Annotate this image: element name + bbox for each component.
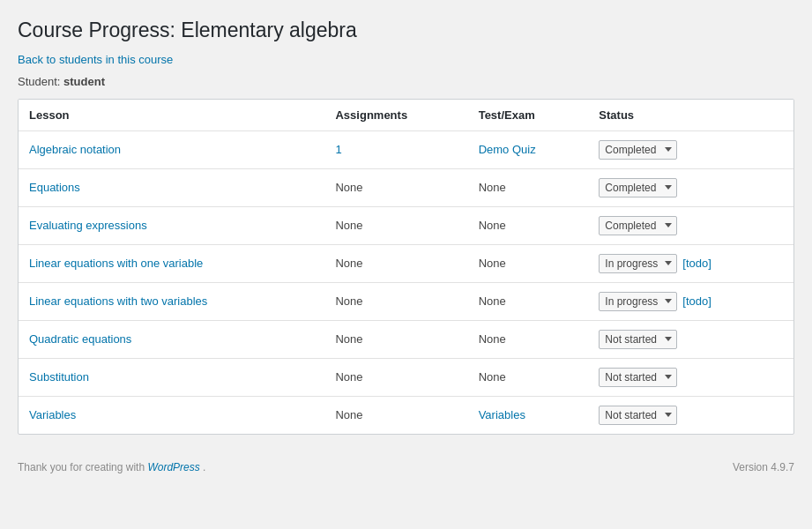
cell-lesson-7: Variables bbox=[19, 396, 324, 434]
student-label-text: Student: bbox=[18, 75, 60, 88]
cell-test-exam-5: None bbox=[468, 320, 589, 358]
cell-lesson-6: Substitution bbox=[19, 358, 324, 396]
student-name: student bbox=[63, 75, 105, 88]
cell-assignments-7: None bbox=[324, 396, 467, 434]
page-wrap: Course Progress: Elementary algebra Back… bbox=[0, 0, 812, 529]
col-header-status: Status bbox=[588, 100, 793, 131]
todo-link-3[interactable]: [todo] bbox=[682, 257, 711, 270]
cell-assignments-2: None bbox=[324, 206, 467, 244]
lesson-link-5[interactable]: Quadratic equations bbox=[29, 332, 131, 346]
status-wrap-1: Not startedIn progressCompleted bbox=[599, 178, 783, 197]
status-wrap-3: Not startedIn progressCompleted[todo] bbox=[599, 254, 783, 273]
status-select-5[interactable]: Not startedIn progressCompleted bbox=[599, 330, 677, 349]
student-label: Student: student bbox=[18, 75, 794, 88]
status-wrap-6: Not startedIn progressCompleted bbox=[599, 368, 783, 387]
status-select-1[interactable]: Not startedIn progressCompleted bbox=[599, 178, 677, 197]
table-row: Linear equations with two variablesNoneN… bbox=[19, 282, 793, 320]
table-row: VariablesNoneVariablesNot startedIn prog… bbox=[19, 396, 793, 434]
test-exam-link-7[interactable]: Variables bbox=[479, 408, 525, 421]
cell-status-2: Not startedIn progressCompleted bbox=[588, 206, 793, 244]
col-header-assignments: Assignments bbox=[324, 100, 467, 131]
status-wrap-4: Not startedIn progressCompleted[todo] bbox=[599, 292, 783, 311]
lesson-link-7[interactable]: Variables bbox=[29, 408, 76, 421]
status-wrap-2: Not startedIn progressCompleted bbox=[599, 216, 783, 235]
back-link[interactable]: Back to students in this course bbox=[18, 53, 173, 66]
lesson-link-1[interactable]: Equations bbox=[29, 181, 80, 194]
status-select-0[interactable]: Not startedIn progressCompleted bbox=[599, 140, 677, 160]
col-header-test-exam: Test/Exam bbox=[468, 100, 589, 131]
cell-status-5: Not startedIn progressCompleted bbox=[588, 320, 793, 358]
col-header-lesson: Lesson bbox=[19, 100, 324, 131]
lesson-link-4[interactable]: Linear equations with two variables bbox=[29, 294, 207, 308]
page-title: Course Progress: Elementary algebra bbox=[18, 18, 794, 44]
cell-lesson-0: Algebraic notation bbox=[19, 130, 324, 168]
status-select-6[interactable]: Not startedIn progressCompleted bbox=[599, 368, 677, 387]
status-select-2[interactable]: Not startedIn progressCompleted bbox=[599, 216, 677, 235]
todo-link-4[interactable]: [todo] bbox=[682, 294, 711, 308]
cell-test-exam-4: None bbox=[468, 282, 589, 320]
cell-test-exam-3: None bbox=[468, 244, 589, 282]
status-select-7[interactable]: Not startedIn progressCompleted bbox=[599, 406, 677, 425]
course-progress-table: Lesson Assignments Test/Exam Status Alge… bbox=[19, 100, 793, 434]
cell-test-exam-0: Demo Quiz bbox=[468, 130, 589, 168]
table-row: Linear equations with one variableNoneNo… bbox=[19, 244, 793, 282]
cell-lesson-2: Evaluating expressions bbox=[19, 206, 324, 244]
cell-lesson-3: Linear equations with one variable bbox=[19, 244, 324, 282]
cell-test-exam-6: None bbox=[468, 358, 589, 396]
lesson-link-0[interactable]: Algebraic notation bbox=[29, 143, 121, 156]
cell-assignments-6: None bbox=[324, 358, 467, 396]
footer-version: Version 4.9.7 bbox=[733, 461, 794, 473]
cell-status-6: Not startedIn progressCompleted bbox=[588, 358, 793, 396]
footer-period: . bbox=[203, 461, 205, 473]
cell-assignments-3: None bbox=[324, 244, 467, 282]
footer-wp-link[interactable]: WordPress bbox=[147, 461, 199, 473]
cell-test-exam-2: None bbox=[468, 206, 589, 244]
cell-assignments-5: None bbox=[324, 320, 467, 358]
status-select-4[interactable]: Not startedIn progressCompleted bbox=[599, 292, 677, 311]
status-wrap-5: Not startedIn progressCompleted bbox=[599, 330, 783, 349]
cell-assignments-0: 1 bbox=[324, 130, 467, 168]
status-select-3[interactable]: Not startedIn progressCompleted bbox=[599, 254, 677, 273]
cell-assignments-1: None bbox=[324, 168, 467, 206]
assignment-link-0[interactable]: 1 bbox=[335, 143, 341, 156]
status-wrap-7: Not startedIn progressCompleted bbox=[599, 406, 783, 425]
cell-test-exam-1: None bbox=[468, 168, 589, 206]
lesson-link-2[interactable]: Evaluating expressions bbox=[29, 219, 147, 232]
footer-thank-you: Thank you for creating with bbox=[18, 461, 147, 473]
lesson-link-6[interactable]: Substitution bbox=[29, 370, 89, 384]
cell-lesson-5: Quadratic equations bbox=[19, 320, 324, 358]
table-row: Quadratic equationsNoneNoneNot startedIn… bbox=[19, 320, 793, 358]
cell-assignments-4: None bbox=[324, 282, 467, 320]
table-header-row: Lesson Assignments Test/Exam Status bbox=[19, 100, 793, 131]
footer-text: Thank you for creating with WordPress . bbox=[18, 461, 205, 473]
table-row: Evaluating expressionsNoneNoneNot starte… bbox=[19, 206, 793, 244]
lesson-link-3[interactable]: Linear equations with one variable bbox=[29, 257, 203, 270]
table-row: Algebraic notation1Demo QuizNot startedI… bbox=[19, 130, 793, 168]
table-row: EquationsNoneNoneNot startedIn progressC… bbox=[19, 168, 793, 206]
status-wrap-0: Not startedIn progressCompleted bbox=[599, 140, 783, 160]
cell-status-0: Not startedIn progressCompleted bbox=[588, 130, 793, 168]
course-progress-table-wrap: Lesson Assignments Test/Exam Status Alge… bbox=[18, 99, 794, 435]
cell-status-1: Not startedIn progressCompleted bbox=[588, 168, 793, 206]
cell-status-3: Not startedIn progressCompleted[todo] bbox=[588, 244, 793, 282]
cell-lesson-1: Equations bbox=[19, 168, 324, 206]
cell-status-4: Not startedIn progressCompleted[todo] bbox=[588, 282, 793, 320]
cell-status-7: Not startedIn progressCompleted bbox=[588, 396, 793, 434]
cell-test-exam-7: Variables bbox=[468, 396, 589, 434]
footer: Thank you for creating with WordPress . … bbox=[18, 452, 794, 482]
table-row: SubstitutionNoneNoneNot startedIn progre… bbox=[19, 358, 793, 396]
cell-lesson-4: Linear equations with two variables bbox=[19, 282, 324, 320]
test-exam-link-0[interactable]: Demo Quiz bbox=[479, 143, 536, 156]
